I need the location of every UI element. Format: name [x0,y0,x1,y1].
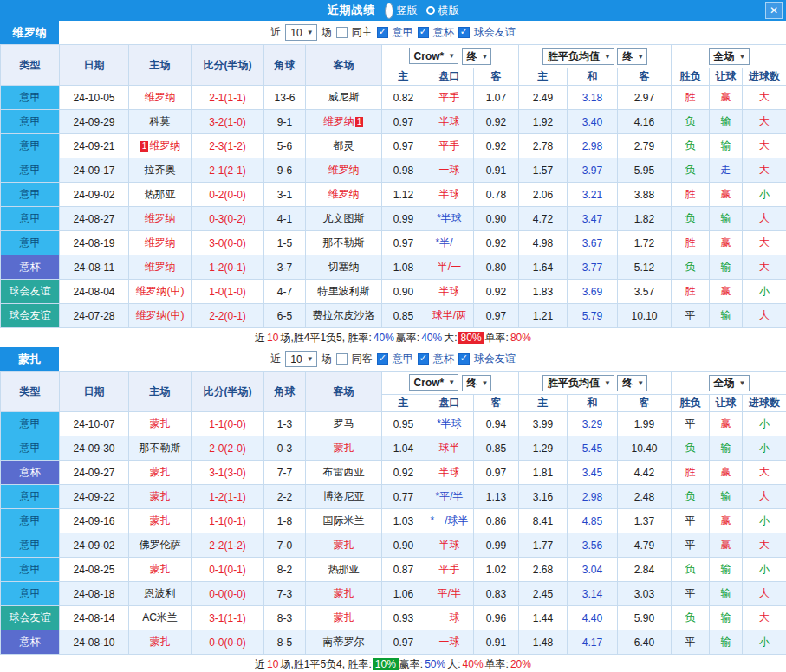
score: 3-2(1-0) [192,110,264,134]
handicap-result: 输 [710,630,743,655]
corners: 1-5 [264,231,306,255]
handicap-result: 输 [710,485,743,509]
asia-away-odds: 1.07 [474,86,519,110]
asia-home-odds: 1.04 [382,436,425,461]
euro-away-odds: 4.42 [618,461,672,485]
team-name: 蒙扎 [0,347,59,371]
match-count-select[interactable]: 10 ▼ [285,351,316,367]
match-date: 24-09-27 [60,461,129,485]
match-date: 24-08-25 [60,558,129,582]
serie-a-checkbox[interactable] [377,353,388,365]
handicap: 平手 [425,558,474,582]
handicap-result: 赢 [710,509,743,533]
handicap: 一球 [425,158,474,183]
chevron-down-icon: ▼ [604,53,611,61]
red-card-badge: 1 [355,117,364,127]
euro-home-odds: 1.44 [519,606,568,630]
match-date: 24-08-19 [60,231,129,255]
handicap: 一球 [425,630,474,655]
result: 平 [672,509,710,533]
away-team: 博洛尼亚 [306,485,382,509]
handicap: 一球 [425,606,474,630]
home-team: 拉齐奥 [129,158,192,183]
euro-home-odds: 1.48 [519,630,568,655]
scope-select[interactable]: 全场 ▼ [709,375,750,391]
euro-odds-type-select[interactable]: 胜平负均值 ▼ [542,375,614,391]
match-row: 意甲24-09-29科莫3-2(1-0)9-1维罗纳10.97半球0.921.9… [1,110,786,134]
italy-cup-checkbox[interactable] [418,27,429,38]
asia-away-odds: 0.80 [474,255,519,280]
euro-time-select[interactable]: 终 ▼ [617,48,647,65]
asia-home-odds: 0.92 [382,461,425,485]
goals-result: 小 [743,412,786,436]
result: 平 [672,582,710,606]
asia-home-odds: 0.97 [382,110,425,134]
asia-away-odds: 0.96 [474,606,519,630]
home-team: 蒙扎 [129,412,192,436]
friendly-checkbox[interactable] [458,353,470,365]
close-button[interactable]: ✕ [765,2,783,19]
handicap-result: 输 [710,134,743,158]
goals-result: 大 [743,255,786,280]
result: 负 [672,485,710,509]
chevron-down-icon: ▼ [604,379,611,387]
goals-result: 大 [743,158,786,183]
euro-away-odds: 10.10 [618,304,672,328]
goals-result: 大 [743,582,786,606]
handicap: *半/一 [425,231,474,255]
euro-home-odds: 1.57 [519,158,568,183]
same-venue-checkbox[interactable] [336,353,348,365]
match-row: 意杯24-09-27蒙扎3-1(3-0)7-7布雷西亚0.92半球0.971.8… [1,461,786,485]
serie-a-checkbox[interactable] [377,27,388,38]
asia-away-odds: 0.85 [474,436,519,461]
match-count-select[interactable]: 10 ▼ [285,24,316,41]
team-name: 维罗纳 [0,21,59,44]
bookmaker-value: Crow* [414,377,445,389]
col-header-away: 客场 [306,45,382,86]
handicap: 半球 [425,533,474,558]
away-team: 热那亚 [306,558,382,582]
corners: 0-3 [264,436,306,461]
bookmaker-select[interactable]: Crow* ▼ [409,374,459,391]
goals-result: 小 [743,183,786,207]
handicap: *平/半 [425,485,474,509]
euro-home-odds: 2.06 [519,183,568,207]
away-team: 南蒂罗尔 [306,630,382,655]
col-header-handicap-result: 让球 [710,395,743,412]
home-team: 1维罗纳 [129,134,192,158]
friendly-label: 球会友谊 [474,352,516,366]
italy-cup-checkbox[interactable] [418,353,429,365]
summary-segment: 50% [424,658,446,670]
away-team: 都灵 [306,134,382,158]
bookmaker-select[interactable]: Crow* ▼ [409,48,459,64]
chevron-down-icon: ▼ [482,379,489,387]
euro-time-select[interactable]: 终 ▼ [617,375,647,391]
home-team: 维罗纳 [129,86,192,110]
scope-value: 全场 [714,49,735,64]
friendly-checkbox[interactable] [458,27,470,38]
same-venue-checkbox[interactable] [336,27,348,38]
col-header-date: 日期 [60,372,129,412]
layout-radio-horizontal[interactable]: 横版 [426,3,459,18]
scope-select[interactable]: 全场 ▼ [709,48,750,65]
handicap-result: 赢 [710,183,743,207]
euro-odds-type-select[interactable]: 胜平负均值 ▼ [542,48,614,65]
asia-home-odds: 0.97 [382,630,425,655]
chevron-down-icon: ▼ [482,53,489,61]
asia-time-select[interactable]: 终 ▼ [462,48,492,65]
match-date: 24-10-05 [60,86,129,110]
layout-radio-vertical[interactable]: 竖版 [385,3,418,19]
league-type-cell: 意杯 [1,461,60,485]
record-summary: 近10场,胜4平1负5, 胜率:40% 赢率:40% 大: 80% 单率:80% [0,328,786,347]
chevron-down-icon: ▼ [448,378,455,386]
league-type-cell: 意甲 [1,158,60,183]
match-date: 24-10-07 [60,412,129,436]
scope-controls: 全场 ▼ [672,372,786,395]
home-team: 维罗纳 [129,231,192,255]
handicap: *半球 [425,412,474,436]
asia-home-odds: 0.98 [382,158,425,183]
asia-time-select[interactable]: 终 ▼ [462,375,492,391]
match-date: 24-08-10 [60,630,129,655]
euro-away-odds: 6.40 [618,630,672,655]
euro-home-odds: 1.21 [519,304,568,328]
